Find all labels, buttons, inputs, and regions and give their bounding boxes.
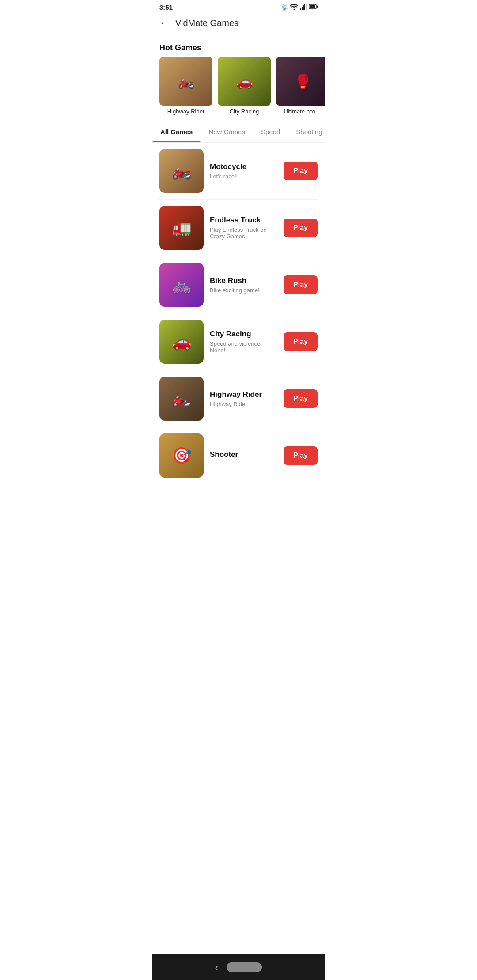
- tab-speed[interactable]: Speed: [253, 122, 288, 142]
- game-thumb: 🏍️: [159, 149, 204, 193]
- hot-games-title: Hot Games: [152, 35, 325, 57]
- game-row: 🚗 City Racing Speed and violence blend! …: [159, 313, 318, 370]
- game-emoji: 🚲: [159, 263, 204, 307]
- hot-game-emoji: 🥊: [276, 57, 325, 106]
- game-row: 🚲 Bike Rush Bike exciting game! Play: [159, 256, 318, 313]
- game-thumb: 🚗: [159, 320, 204, 364]
- game-desc: Bike exciting game!: [210, 287, 277, 294]
- game-thumb: 🚲: [159, 263, 204, 307]
- game-emoji: 🚛: [159, 206, 204, 250]
- play-button[interactable]: Play: [284, 275, 318, 294]
- game-emoji: 🏍️: [159, 149, 204, 193]
- game-info: Highway Rider Highway Rider: [210, 390, 277, 407]
- play-button[interactable]: Play: [284, 219, 318, 237]
- game-emoji: 🏍️: [159, 377, 204, 421]
- hot-game-name: Ultimate box…: [276, 108, 325, 115]
- signal-icon: [300, 4, 307, 11]
- game-row: 🚛 Endless Truck Play Endless Truck on Cr…: [159, 200, 318, 256]
- tab-new[interactable]: New Games: [201, 122, 253, 142]
- hot-game-item[interactable]: 🏍️ Highway Rider: [159, 57, 212, 115]
- page-title: VidMate Games: [175, 18, 238, 28]
- svg-rect-1: [302, 7, 303, 10]
- play-button[interactable]: Play: [284, 162, 318, 180]
- play-button[interactable]: Play: [284, 332, 318, 351]
- game-desc: Let's race!!: [210, 173, 277, 180]
- wifi-icon: [290, 4, 298, 11]
- svg-rect-3: [304, 4, 305, 10]
- game-thumb: 🚛: [159, 206, 204, 250]
- game-desc: Play Endless Truck on Crazy Games: [210, 226, 277, 240]
- play-button[interactable]: Play: [284, 446, 318, 465]
- hot-games-section: Hot Games 🏍️ Highway Rider 🚗 City Racing…: [152, 35, 325, 122]
- status-icons: 📡: [281, 4, 318, 11]
- hot-game-thumb: 🥊: [276, 57, 325, 106]
- game-info: Bike Rush Bike exciting game!: [210, 276, 277, 294]
- game-name: City Racing: [210, 330, 277, 339]
- hot-game-emoji: 🚗: [218, 57, 271, 106]
- hot-game-name: City Racing: [218, 108, 271, 115]
- svg-rect-6: [310, 5, 315, 8]
- game-thumb: 🎯: [159, 433, 204, 478]
- game-name: Shooter: [210, 450, 277, 459]
- status-time: 3:51: [159, 4, 173, 11]
- svg-rect-2: [303, 5, 304, 10]
- game-name: Endless Truck: [210, 216, 277, 225]
- hot-game-item[interactable]: 🚗 City Racing: [218, 57, 271, 115]
- status-bar: 3:51 📡: [152, 0, 325, 13]
- battery-icon: [309, 4, 318, 11]
- game-thumb: 🏍️: [159, 377, 204, 421]
- tab-shooting[interactable]: Shooting: [288, 122, 325, 142]
- hot-game-thumb: 🏍️: [159, 57, 212, 106]
- game-info: Endless Truck Play Endless Truck on Craz…: [210, 216, 277, 240]
- game-desc: Highway Rider: [210, 401, 277, 407]
- cast-icon: 📡: [281, 4, 288, 11]
- header: ← VidMate Games: [152, 13, 325, 35]
- game-row: 🏍️ Highway Rider Highway Rider Play: [159, 370, 318, 427]
- back-button[interactable]: ←: [159, 17, 169, 29]
- svg-rect-7: [317, 6, 318, 8]
- game-name: Bike Rush: [210, 276, 277, 285]
- game-name: Highway Rider: [210, 390, 277, 399]
- game-emoji: 🎯: [159, 433, 204, 478]
- hot-games-scroll[interactable]: 🏍️ Highway Rider 🚗 City Racing 🥊 Ultimat…: [152, 57, 325, 122]
- game-info: City Racing Speed and violence blend!: [210, 330, 277, 354]
- svg-rect-4: [306, 4, 307, 10]
- play-button[interactable]: Play: [284, 389, 318, 408]
- game-row: 🏍️ Motocycle Let's race!! Play: [159, 143, 318, 200]
- game-name: Motocycle: [210, 162, 277, 171]
- svg-rect-0: [300, 8, 301, 10]
- game-emoji: 🚗: [159, 320, 204, 364]
- game-info: Shooter: [210, 450, 277, 461]
- hot-game-name: Highway Rider: [159, 108, 212, 115]
- tab-all[interactable]: All Games: [152, 122, 201, 142]
- game-desc: Speed and violence blend!: [210, 340, 277, 354]
- game-list: 🏍️ Motocycle Let's race!! Play 🚛 Endless…: [152, 143, 325, 484]
- game-row: 🎯 Shooter Play: [159, 427, 318, 484]
- hot-game-thumb: 🚗: [218, 57, 271, 106]
- game-info: Motocycle Let's race!!: [210, 162, 277, 180]
- category-tabs[interactable]: All GamesNew GamesSpeedShootingSport: [152, 122, 325, 143]
- hot-game-item[interactable]: 🥊 Ultimate box…: [276, 57, 325, 115]
- hot-game-emoji: 🏍️: [159, 57, 212, 106]
